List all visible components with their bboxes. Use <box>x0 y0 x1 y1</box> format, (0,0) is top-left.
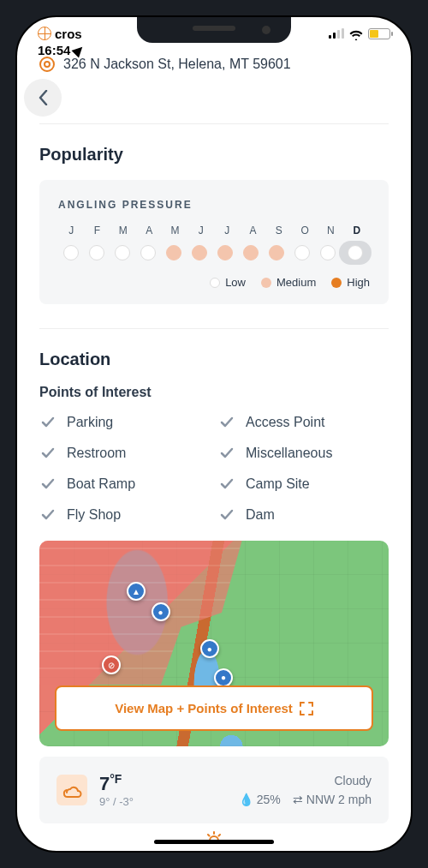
wind-icon: ⇄ <box>293 793 303 806</box>
poi-label: Access Point <box>246 415 324 430</box>
pressure-dot-low-icon <box>140 245 156 260</box>
month-label[interactable]: J <box>188 224 214 236</box>
poi-label: Miscellaneous <box>246 446 332 461</box>
legend-medium: Medium <box>261 276 316 289</box>
status-time: 16:54 <box>38 43 70 57</box>
legend-dot-high-icon <box>331 278 342 288</box>
poi-item: Boat Ramp <box>39 476 210 493</box>
legend-dot-low-icon <box>210 278 220 288</box>
pressure-dot-med-icon <box>192 245 207 260</box>
poi-item: Access Point <box>218 414 389 431</box>
check-icon <box>39 476 56 493</box>
pressure-dot[interactable] <box>135 245 161 260</box>
location-title: Location <box>39 350 389 369</box>
pressure-dot[interactable] <box>84 245 110 260</box>
weather-card[interactable]: 7°F 9° / -3° Cloudy 💧 25% <box>39 757 389 823</box>
poi-subtitle: Points of Interest <box>39 385 389 400</box>
pressure-dot[interactable] <box>289 245 315 260</box>
poi-item: Parking <box>39 414 210 431</box>
humidity: 💧 25% <box>239 793 281 806</box>
wifi-icon <box>349 28 363 39</box>
expand-icon <box>300 702 313 715</box>
poi-item: Miscellaneous <box>218 445 389 462</box>
map-preview[interactable]: ▲ ● ● ● ⊘ View Map + Points of Interest <box>39 541 389 746</box>
check-icon <box>218 506 235 524</box>
month-label[interactable]: A <box>240 224 265 236</box>
pressure-dot-med-icon <box>166 245 181 260</box>
pressure-dot[interactable] <box>238 245 264 260</box>
weather-condition: Cloudy <box>239 774 372 787</box>
poi-label: Restroom <box>67 446 126 461</box>
view-map-button[interactable]: View Map + Points of Interest <box>55 685 373 731</box>
popularity-section: Popularity ANGLING PRESSURE JFMAMJJASOND… <box>17 124 411 304</box>
temperature-range: 9° / -3° <box>99 795 134 808</box>
month-label[interactable]: S <box>266 224 292 236</box>
map-pin[interactable]: ● <box>152 602 170 621</box>
poi-item: Dam <box>218 506 389 524</box>
back-button[interactable] <box>24 79 62 117</box>
cell-signal-icon <box>329 28 344 39</box>
legend-medium-label: Medium <box>276 276 316 289</box>
pressure-dot[interactable] <box>161 245 187 260</box>
weather-cloud-icon <box>56 775 87 805</box>
poi-item: Restroom <box>39 445 210 462</box>
poi-item: Fly Shop <box>39 506 210 524</box>
month-label[interactable]: J <box>214 224 240 236</box>
pressure-dot[interactable] <box>212 245 238 260</box>
pressure-dot-low-icon <box>63 245 79 260</box>
month-label[interactable]: J <box>58 224 84 236</box>
droplet-icon: 💧 <box>239 793 253 806</box>
humidity-value: 25% <box>257 793 281 806</box>
temp-value: 7 <box>99 773 110 794</box>
pressure-dot[interactable] <box>315 245 341 260</box>
pressure-dot-low-icon <box>89 245 104 260</box>
month-label[interactable]: F <box>84 224 110 236</box>
poi-label: Parking <box>67 415 113 430</box>
month-label[interactable]: A <box>136 224 162 236</box>
month-label[interactable]: M <box>110 224 136 236</box>
location-target-icon <box>39 57 55 72</box>
months-row: JFMAMJJASOND <box>58 224 370 236</box>
temp-unit: °F <box>110 772 122 786</box>
wind: ⇄ NNW 2 mph <box>293 793 372 806</box>
temp-low: -3° <box>119 795 134 808</box>
month-label[interactable]: M <box>162 224 187 236</box>
temperature-main: 7°F <box>99 772 134 795</box>
pressure-dot-med-icon <box>217 245 233 260</box>
pressure-dot-low-icon <box>115 245 130 260</box>
poi-label: Camp Site <box>246 476 310 492</box>
pressure-dot-low-icon <box>348 245 363 260</box>
pressure-dot[interactable] <box>58 245 84 260</box>
map-pin[interactable]: ● <box>214 668 233 687</box>
poi-label: Fly Shop <box>67 507 121 523</box>
pressure-dot[interactable] <box>187 245 212 260</box>
legend-high-label: High <box>347 276 370 289</box>
location-section: Location Points of Interest ParkingAcces… <box>17 329 411 842</box>
check-icon <box>39 506 56 524</box>
status-app-hint: cros <box>55 27 82 41</box>
check-icon <box>218 445 235 462</box>
pressure-dot[interactable] <box>339 241 372 265</box>
pressure-dot-med-icon <box>269 245 284 260</box>
month-label[interactable]: O <box>292 224 318 236</box>
poi-grid: ParkingAccess PointRestroomMiscellaneous… <box>39 414 389 524</box>
home-indicator[interactable] <box>154 840 274 844</box>
battery-icon <box>368 28 390 39</box>
pressure-dot-low-icon <box>294 245 310 260</box>
legend-low-label: Low <box>225 276 246 289</box>
month-label[interactable]: N <box>318 224 343 236</box>
pressure-dot-low-icon <box>320 245 336 260</box>
temp-high: 9° <box>99 795 110 808</box>
pressure-dot[interactable] <box>264 245 289 260</box>
check-icon <box>39 445 56 462</box>
map-pin[interactable]: ● <box>200 639 219 658</box>
map-pin[interactable]: ▲ <box>127 582 146 601</box>
popularity-title: Popularity <box>39 145 389 165</box>
globe-icon <box>38 27 51 40</box>
poi-label: Boat Ramp <box>67 476 135 492</box>
pressure-legend: Low Medium High <box>58 276 370 289</box>
check-icon <box>218 414 235 431</box>
device-frame: cros 16:54 326 N Jackson St, Helena, MT … <box>0 0 428 868</box>
pressure-dot[interactable] <box>110 245 135 260</box>
month-label[interactable]: D <box>344 224 370 236</box>
